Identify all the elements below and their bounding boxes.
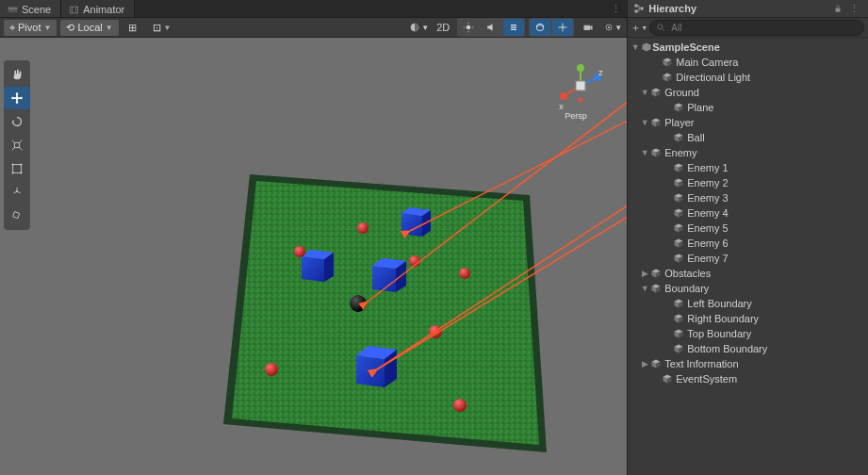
enemy-sphere[interactable] [453,399,467,412]
expand-toggle[interactable] [639,148,650,157]
enemy-sphere[interactable] [459,268,470,279]
obstacle-cube[interactable] [356,346,397,387]
tab-scene[interactable]: Scene [0,0,61,17]
toolbar-2d-button[interactable]: 2D [433,19,453,36]
gameobject-icon [673,222,684,234]
toolbar-pivot-dropdown[interactable]: ⌖ Pivot ▼ [4,20,57,36]
node-left-boundary[interactable]: Left Boundary [628,296,868,311]
node-enemy-4[interactable]: Enemy 4 [628,205,868,221]
svg-rect-15 [14,142,19,147]
toolbar-gizmo-vis-button[interactable]: ▼ [602,19,623,36]
node-right-boundary[interactable]: Right Boundary [628,311,868,326]
svg-rect-1 [8,7,18,8]
orientation-gizmo[interactable]: x z Persp [551,57,610,124]
gameobject-icon [673,328,684,339]
toolbar-shading-button[interactable]: ▼ [408,19,429,36]
obstacle-cube[interactable] [372,258,406,292]
node-ball[interactable]: Ball [628,130,868,145]
toolbar-local-dropdown[interactable]: ⟲ Local ▼ [60,20,118,36]
node-enemy-2[interactable]: Enemy 2 [628,175,868,190]
node-enemy-1[interactable]: Enemy 1 [628,160,868,175]
node-event-system[interactable]: EventSystem [628,371,868,386]
node-label: Enemy 1 [687,162,728,173]
expand-toggle[interactable] [639,359,650,369]
node-label: Boundary [664,283,709,294]
enemy-sphere[interactable] [429,325,442,338]
gameobject-icon [662,57,673,68]
node-ground[interactable]: Ground [628,85,868,100]
scene-root[interactable]: SampleScene [628,40,868,55]
player-ball[interactable] [350,295,367,312]
node-label: Ground [664,87,699,98]
tool-custom[interactable] [4,205,30,227]
node-top-boundary[interactable]: Top Boundary [628,326,868,341]
expand-toggle[interactable] [630,42,641,52]
node-label: Enemy 6 [687,238,728,249]
expand-toggle[interactable] [639,88,650,97]
toolbar-light-button[interactable] [458,19,479,36]
enemy-sphere[interactable] [357,222,368,234]
gameobject-icon [650,117,662,128]
node-plane[interactable]: Plane [628,100,868,115]
toolbar-skybox-button[interactable] [530,19,550,36]
node-enemy-5[interactable]: Enemy 5 [628,221,868,236]
svg-rect-56 [641,8,644,10]
toolbar-grid-button[interactable]: ⊞ [123,19,143,36]
node-enemy[interactable]: Enemy [628,145,868,160]
svg-line-22 [564,86,581,96]
node-label: Left Boundary [687,298,752,309]
search-input[interactable] [669,21,858,35]
gameobject-icon [673,162,684,173]
node-enemy-6[interactable]: Enemy 6 [628,236,868,251]
node-enemy-3[interactable]: Enemy 3 [628,190,868,205]
toolbar-snap-dropdown[interactable]: ⊡▼ [147,20,177,36]
tool-transform[interactable] [4,181,30,204]
node-boundary[interactable]: Boundary [628,281,868,296]
gameobject-icon [673,207,684,219]
ground-plane[interactable] [217,172,575,475]
enemy-sphere[interactable] [265,363,278,376]
gameobject-icon [650,283,662,294]
node-label: Enemy [664,147,696,158]
enemy-sphere[interactable] [294,246,305,257]
obstacle-cube[interactable] [302,250,334,282]
expand-toggle[interactable] [639,269,650,278]
local-label: Local [77,22,102,33]
tab-animator-label: Animator [83,4,124,15]
lock-icon[interactable] [833,4,843,13]
toolbar-gizmos-button[interactable] [552,19,573,36]
node-enemy-7[interactable]: Enemy 7 [628,251,868,266]
node-obstacles[interactable]: Obstacles [628,266,868,281]
tool-hand[interactable] [4,63,30,86]
node-text-information[interactable]: Text Information [628,356,868,371]
expand-toggle[interactable] [639,118,650,127]
node-main-camera[interactable]: Main Camera [628,55,868,70]
node-bottom-boundary[interactable]: Bottom Boundary [628,341,868,356]
tool-scale[interactable] [4,134,30,156]
scene-tabbar: Scene Animator ⋮ [0,0,627,18]
gameobject-icon [673,102,684,113]
svg-marker-60 [643,43,651,52]
tool-move[interactable] [4,87,30,109]
tab-animator[interactable]: Animator [61,0,135,17]
node-directional-light[interactable]: Directional Light [628,70,868,85]
panel-menu-dots[interactable]: ⋮ [605,0,627,17]
node-player[interactable]: Player [628,115,868,130]
scene-viewport[interactable]: x z Persp [0,38,627,475]
hierarchy-tree: SampleScene Main Camera Directional Ligh… [628,38,868,475]
gameobject-icon [650,268,662,279]
expand-toggle[interactable] [639,284,650,293]
hierarchy-menu-dots[interactable]: ⋮ [846,3,862,15]
toolbar-camera-button[interactable] [578,19,598,36]
svg-point-20 [20,172,22,173]
toolbar-audio-button[interactable] [481,19,501,36]
svg-point-58 [658,25,663,29]
toolbar-fx-button[interactable] [503,19,524,36]
tool-rect[interactable] [4,157,30,180]
create-button[interactable]: ＋▼ [631,20,647,35]
hierarchy-search[interactable] [649,20,864,36]
enemy-sphere[interactable] [409,255,420,267]
obstacle-cube[interactable] [401,207,431,237]
tool-rotate[interactable] [4,110,30,133]
snap-icon: ⊡ [153,22,161,34]
